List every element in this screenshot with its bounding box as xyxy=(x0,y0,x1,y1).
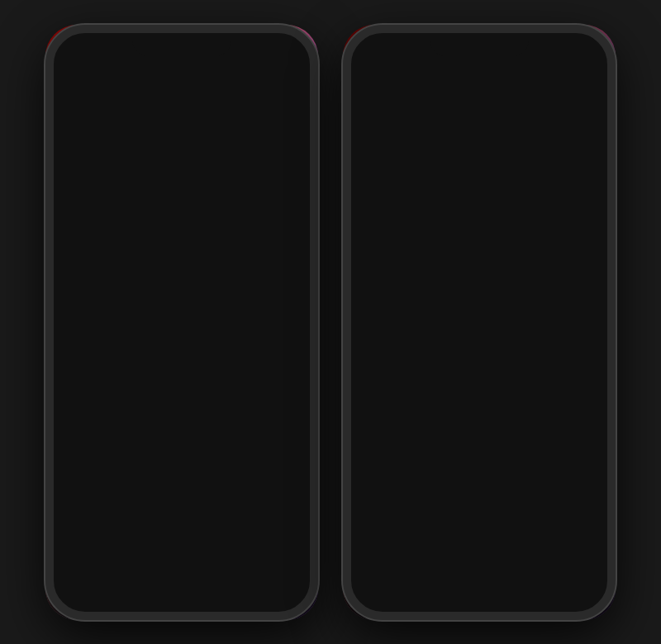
app-apollo-1[interactable]: 🤖 Apollo xyxy=(251,250,302,305)
podcasts-icon-img xyxy=(266,319,288,341)
svg-rect-2 xyxy=(254,49,257,56)
waveform-bar xyxy=(466,143,468,151)
cancel-button[interactable]: Cancel xyxy=(350,179,479,214)
svg-rect-3 xyxy=(258,46,260,56)
app-bbc-news-1[interactable]: BBCNEWS BBC News xyxy=(188,308,239,363)
svg-marker-32 xyxy=(382,142,390,152)
app-twitter-1[interactable]: Twitter xyxy=(125,250,176,305)
battery-icon-2 xyxy=(578,46,599,56)
app-youtube-1[interactable]: YouTube xyxy=(61,365,112,420)
app-phone-label: Phone xyxy=(183,236,204,246)
svg-rect-28 xyxy=(555,46,558,56)
app-apple-frames[interactable]: 🖼️ Apple Frames xyxy=(224,191,275,246)
apps-row-4: ✓ 3 Things BBCSPORT BBC Sport BBCNEWS BB… xyxy=(55,308,308,363)
waveform-bar xyxy=(445,139,448,155)
app-things-label: Things xyxy=(76,354,98,363)
app-messages[interactable]: Messages xyxy=(234,131,285,186)
waveform-bar xyxy=(425,139,427,155)
waveform-bar xyxy=(499,140,502,155)
waveform-bar xyxy=(454,142,456,152)
app-photos-1[interactable]: Photos xyxy=(251,365,302,420)
app-phone[interactable]: Phone xyxy=(168,191,219,246)
app-safari-1[interactable]: Safari xyxy=(188,250,239,305)
wifi-icon-2 xyxy=(563,46,574,56)
apps-row-5: YouTube 📅 Fantastical xyxy=(55,365,308,420)
apps-row-3: Mail Twitter xyxy=(55,250,308,305)
app-podcasts-label: Podcasts xyxy=(261,354,292,363)
overlay-app-header: 💬 MESSAGES xyxy=(363,73,596,88)
waveform-bar xyxy=(478,140,481,155)
send-button[interactable]: Send xyxy=(479,179,610,214)
app-fantastical-1[interactable]: 📅 Fantastical xyxy=(125,365,176,420)
siri-status-1: OK, recording... xyxy=(59,533,305,546)
youtube-icon-img xyxy=(74,378,99,396)
app-messages-label: Messages xyxy=(242,177,276,186)
app-gmail-label: Gmail xyxy=(203,411,223,420)
waveform-bar xyxy=(449,141,452,154)
waveform-bar xyxy=(470,141,473,154)
battery-icon xyxy=(281,46,302,56)
app-whatsapp[interactable]: WhatsApp xyxy=(234,73,285,127)
siri-bar-2: Hi Anna this is a test I'm just recordin… xyxy=(343,513,616,620)
siri-bar-1: Hey Siri send an audio message to Anna ›… xyxy=(45,507,318,620)
svg-rect-25 xyxy=(545,52,548,56)
gmail-icon-img xyxy=(202,378,225,396)
app-bbc-sport-label: BBC Sport xyxy=(132,354,168,363)
app-apple-frames-label: Apple Frames xyxy=(226,236,273,246)
waveform-bar xyxy=(412,141,415,153)
app-hash-label: # xyxy=(212,469,216,478)
audio-message-player[interactable]: 00:08 xyxy=(363,127,596,167)
waveform-bar xyxy=(458,140,460,155)
app-things-1[interactable]: ✓ 3 Things xyxy=(61,308,112,363)
svg-rect-27 xyxy=(552,49,554,56)
signal-icon xyxy=(248,46,261,56)
waveform-bar xyxy=(487,143,489,151)
app-whatsapp-label: WhatsApp xyxy=(242,118,277,127)
siri-orb-2[interactable] xyxy=(458,552,501,595)
apps-row-6: 💬 Slack 🦊 Firefox # # xyxy=(55,423,308,478)
app-mail-1[interactable]: Mail xyxy=(61,250,112,305)
app-bbc-sport-1[interactable]: BBCSPORT BBC Sport xyxy=(125,308,176,363)
svg-rect-5 xyxy=(300,49,302,53)
play-button[interactable] xyxy=(374,136,397,159)
app-fantastical-label: Fantastical xyxy=(132,411,169,420)
app-gmail-1[interactable]: Gmail xyxy=(188,365,239,420)
overlay-to-field: To: Anna xyxy=(363,94,596,116)
waveform-bar xyxy=(408,143,411,151)
status-bar-2: 16:31 xyxy=(343,33,616,69)
app-podcasts-1[interactable]: Podcasts xyxy=(251,308,302,363)
app-photos-label: Photos xyxy=(265,411,288,420)
svg-rect-0 xyxy=(248,52,250,56)
app-settings-1[interactable]: ⚙️ Settings xyxy=(251,423,302,478)
app-slack-label: Slack xyxy=(78,469,96,478)
status-icons-2 xyxy=(545,46,599,56)
app-slack-1[interactable]: 💬 Slack xyxy=(61,423,112,478)
wifi-icon xyxy=(265,46,277,56)
phone-2: Mail Twitter Safari 🤖 Apollo ✓3 xyxy=(343,25,616,620)
svg-rect-31 xyxy=(580,48,595,54)
phone-icon-img xyxy=(183,202,204,223)
calendar-widget[interactable]: WEDNESDAY 15 Arsenal - Liver... 20:15–22… xyxy=(79,73,187,163)
svg-point-17 xyxy=(273,383,281,391)
app-hash-1[interactable]: # # xyxy=(188,423,239,478)
phone-1: 16:29 xyxy=(45,25,318,620)
waveform-bar xyxy=(483,141,485,153)
overlay-action-buttons: Cancel Send xyxy=(350,179,609,214)
waveform-bar xyxy=(421,142,423,152)
siri-chevron-2: › xyxy=(599,530,602,541)
app-settings-label: Settings xyxy=(263,469,290,478)
app-apollo-label: Apollo xyxy=(266,296,287,305)
app-firefox-label: Firefox xyxy=(139,469,162,478)
siri-text-1: Hey Siri send an audio message to Anna › xyxy=(59,517,305,530)
app-firefox-1[interactable]: 🦊 Firefox xyxy=(125,423,176,478)
twitter-icon-img xyxy=(139,262,162,282)
waveform-bar xyxy=(437,140,440,155)
siri-orb-1[interactable] xyxy=(160,552,203,595)
status-time-2: 16:31 xyxy=(359,45,389,58)
status-icons-1 xyxy=(248,46,302,56)
status-bar-1: 16:29 xyxy=(45,33,318,69)
waveform-bar xyxy=(416,140,419,155)
widget-day: WEDNESDAY xyxy=(89,81,177,89)
siri-chevron-1: › xyxy=(302,518,305,529)
waveform xyxy=(404,137,553,157)
